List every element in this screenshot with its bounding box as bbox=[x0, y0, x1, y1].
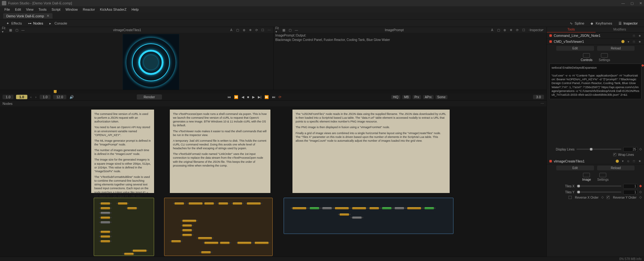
node[interactable] bbox=[175, 202, 184, 205]
loop-icon[interactable]: ⟳ bbox=[279, 95, 281, 99]
reload-icon-2[interactable]: ⟳ bbox=[515, 28, 519, 32]
node[interactable] bbox=[335, 207, 349, 209]
menu-window[interactable]: Window bbox=[63, 8, 80, 11]
subtab-image[interactable]: Image bbox=[582, 173, 591, 181]
display-frame[interactable]: 1.0 bbox=[40, 95, 51, 99]
fit-dropdown[interactable]: Fit ▾ bbox=[2, 28, 6, 32]
reverse-x-checkbox[interactable] bbox=[569, 196, 572, 199]
node[interactable] bbox=[182, 229, 192, 231]
node[interactable] bbox=[127, 207, 137, 209]
inspector-node-3[interactable]: vImageCreateTiles1 ▾ ⎋ □ ★ bbox=[547, 158, 644, 164]
node1-star-icon[interactable]: ★ bbox=[638, 34, 641, 37]
node1-expand-icon[interactable]: □ bbox=[632, 34, 636, 37]
freeze-icon-2[interactable]: ❄ bbox=[509, 28, 513, 32]
grid-icon[interactable]: ▦ bbox=[8, 28, 13, 32]
menu-help[interactable]: Help bbox=[129, 8, 141, 11]
subtab-settings-2[interactable]: Settings bbox=[597, 173, 608, 181]
command-input-textbox[interactable]: setlocal EnableDelayedExpansion "curl.ex… bbox=[549, 64, 641, 99]
node[interactable] bbox=[101, 240, 110, 242]
menu-file[interactable]: File bbox=[2, 8, 13, 11]
node2-star-icon[interactable]: ★ bbox=[638, 40, 641, 43]
nodes-menu-icon[interactable]: ⋯ bbox=[541, 102, 544, 106]
tilesx-slider[interactable] bbox=[576, 185, 621, 187]
node-group-2[interactable] bbox=[164, 198, 273, 256]
tilesx-value[interactable]: 1 bbox=[623, 184, 638, 189]
node[interactable] bbox=[182, 224, 192, 227]
dash-icon-2[interactable]: — bbox=[294, 28, 299, 32]
note-3[interactable]: The "vJSONFromFile1" node reads in the J… bbox=[292, 110, 450, 193]
node[interactable] bbox=[395, 207, 404, 209]
inspector-toggle[interactable]: ☰ Inspector bbox=[615, 21, 641, 25]
display-lines-value[interactable]: 25 bbox=[623, 147, 638, 152]
hiq-toggle[interactable]: HiQ bbox=[391, 95, 400, 99]
node[interactable] bbox=[118, 202, 127, 205]
close-button[interactable]: ✕ bbox=[639, 1, 642, 5]
revx-keyframe[interactable] bbox=[601, 196, 604, 199]
fit-dropdown-2[interactable]: Fit ▾ bbox=[275, 28, 280, 32]
node[interactable] bbox=[340, 213, 349, 216]
step-fwd-icon[interactable]: ⏩ bbox=[264, 95, 269, 99]
edit-button[interactable]: Edit bbox=[556, 46, 594, 51]
stop-icon[interactable]: ■ bbox=[247, 95, 249, 99]
tilesy-keyframe[interactable] bbox=[639, 191, 642, 193]
channel-icon[interactable]: ▢ bbox=[236, 28, 240, 32]
revy-keyframe[interactable] bbox=[639, 196, 642, 199]
node[interactable] bbox=[352, 207, 366, 209]
audio-icon[interactable]: 🔊 bbox=[69, 95, 75, 99]
node3-expand-icon[interactable]: □ bbox=[632, 159, 636, 163]
aprx-toggle[interactable]: APrx bbox=[423, 95, 434, 99]
node[interactable] bbox=[101, 235, 110, 238]
node[interactable] bbox=[237, 242, 251, 244]
maximize-button[interactable]: ▢ bbox=[630, 1, 634, 5]
reverse-y-checkbox[interactable] bbox=[607, 196, 610, 199]
node[interactable] bbox=[322, 207, 332, 209]
menu-script[interactable]: Script bbox=[49, 8, 63, 11]
node[interactable] bbox=[310, 207, 319, 209]
menu-edit[interactable]: Edit bbox=[13, 8, 24, 11]
go-start-icon[interactable]: ⏮ bbox=[227, 95, 231, 99]
viewer1-body[interactable] bbox=[0, 33, 273, 90]
node[interactable] bbox=[201, 251, 211, 253]
node[interactable] bbox=[101, 207, 110, 209]
node[interactable] bbox=[133, 250, 147, 252]
channel-icon-2[interactable]: ▢ bbox=[496, 28, 501, 32]
node[interactable] bbox=[182, 220, 196, 222]
keyframe-diamond[interactable] bbox=[641, 64, 644, 67]
menu-tools[interactable]: Tools bbox=[36, 8, 49, 11]
node[interactable] bbox=[198, 237, 212, 239]
time-ruler[interactable] bbox=[0, 90, 547, 94]
lut-icon[interactable]: ☐ bbox=[261, 28, 265, 32]
fps-field[interactable]: 12.0 bbox=[53, 95, 66, 99]
reload-icon[interactable]: ⟳ bbox=[254, 28, 259, 32]
edit-button-2[interactable]: Edit bbox=[556, 166, 594, 170]
expand-icon[interactable]: ⤢ bbox=[540, 28, 545, 32]
node[interactable] bbox=[407, 207, 421, 209]
node[interactable] bbox=[255, 242, 269, 244]
effects-toggle[interactable]: ✦ Effects bbox=[3, 21, 25, 25]
spline-toggle[interactable]: ∿ Spline bbox=[567, 21, 588, 25]
frame-next[interactable]: › bbox=[35, 95, 37, 99]
display-lines-keyframe[interactable] bbox=[639, 148, 642, 150]
node[interactable] bbox=[204, 242, 218, 244]
node[interactable] bbox=[101, 221, 110, 224]
console-toggle[interactable]: ▸ Console bbox=[46, 21, 70, 25]
inspector-node-1[interactable]: Command_Line_JSON_Note1 □ ★ bbox=[547, 33, 644, 39]
node[interactable] bbox=[352, 217, 362, 219]
node3-star-icon[interactable]: ★ bbox=[638, 159, 641, 163]
inspector-tab-tools[interactable]: Tools bbox=[547, 27, 596, 32]
reload-button[interactable]: Reload bbox=[597, 46, 635, 51]
node[interactable] bbox=[292, 207, 306, 209]
viewer2-body[interactable]: ImagePrompt::Output: Blackmagic Design C… bbox=[274, 33, 547, 90]
subtab-settings[interactable]: Settings bbox=[599, 53, 610, 62]
node[interactable] bbox=[233, 202, 242, 205]
note-1[interactable]: The command line version of cURL is used… bbox=[91, 110, 154, 193]
node[interactable] bbox=[382, 207, 391, 209]
note-2[interactable]: The vTextProcessOpen node runs a shell c… bbox=[170, 110, 270, 193]
node[interactable] bbox=[171, 240, 181, 242]
menu-view[interactable]: View bbox=[24, 8, 36, 11]
node-group-1[interactable] bbox=[94, 198, 154, 256]
node2-lock-icon[interactable]: ▾ bbox=[626, 40, 630, 43]
node[interactable] bbox=[101, 212, 110, 214]
dash-icon[interactable]: — bbox=[21, 28, 25, 32]
nodes-canvas[interactable]: The command line version of cURL is used… bbox=[0, 106, 547, 257]
